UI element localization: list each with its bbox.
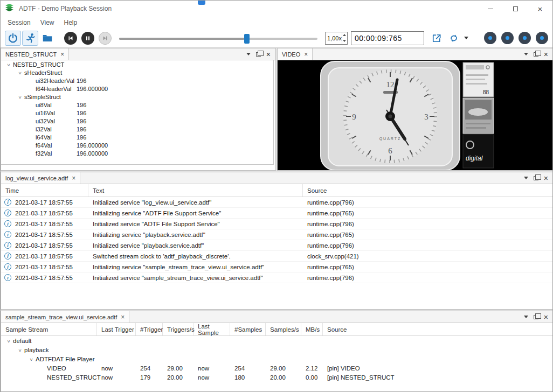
tab-close-icon[interactable]: × — [72, 175, 75, 181]
float-panel-icon[interactable] — [256, 52, 261, 57]
slider-handle[interactable] — [244, 34, 250, 44]
log-source: runtime.cpp(796) — [303, 275, 553, 281]
chevron-down-icon[interactable] — [16, 69, 24, 76]
marker-nav-button-2[interactable] — [501, 32, 514, 44]
menu-help[interactable]: Help — [59, 18, 82, 27]
column-header-triggers-s[interactable]: Triggers/s — [163, 323, 193, 335]
log-row[interactable]: 2021-03-17 18:57:55 Initialized service … — [1, 240, 553, 251]
tree-node-label: f32Val — [36, 150, 52, 157]
close-panel-icon[interactable]: × — [266, 51, 271, 58]
speed-up-button[interactable] — [342, 32, 347, 38]
trace-group-row[interactable]: default — [1, 336, 553, 345]
trace-stream-row[interactable]: NESTED_STRUCT now 179 20.00 now 180 20.0… — [1, 373, 553, 382]
column-header-sample-stream[interactable]: Sample Stream — [1, 323, 97, 335]
close-button[interactable]: × — [528, 1, 552, 17]
tab-close-icon[interactable]: × — [304, 51, 308, 58]
tree-row[interactable]: ui8Val 196 — [1, 101, 273, 109]
svg-text:6: 6 — [388, 146, 392, 155]
marker-nav-button-4[interactable] — [536, 32, 548, 44]
log-row[interactable]: 2021-03-17 18:57:55 Initialized service … — [1, 219, 553, 229]
chevron-down-icon[interactable] — [16, 94, 24, 100]
trace-stream-row[interactable]: VIDEO now 254 29.00 now 254 29.00 2.12 [… — [1, 363, 553, 373]
tree-row[interactable]: i64Val 196 — [1, 133, 273, 141]
float-panel-icon[interactable] — [534, 176, 538, 180]
tab-close-icon[interactable]: × — [60, 51, 64, 58]
chevron-down-icon[interactable] — [4, 338, 13, 344]
marker-nav-button-3[interactable] — [519, 32, 531, 44]
tab-trace-view[interactable]: sample_stream_trace_view.ui_service.adtf… — [1, 311, 129, 323]
log-row[interactable]: 2021-03-17 18:57:55 Initializing service… — [1, 208, 553, 219]
tree-row[interactable]: ui32HeaderVal 196 — [1, 76, 273, 85]
tree-node-value: 196.000000 — [77, 150, 108, 157]
speed-spinbox[interactable]: 1,00x — [325, 32, 348, 45]
log-row[interactable]: 2021-03-17 18:57:55 Initialized service … — [1, 197, 553, 208]
chevron-down-icon[interactable] — [16, 347, 24, 353]
close-panel-icon[interactable]: × — [544, 51, 548, 58]
log-row[interactable]: 2021-03-17 18:57:55 Initializing service… — [1, 262, 553, 272]
column-header-n-trigger[interactable]: #Trigger — [136, 323, 163, 335]
tree-row[interactable]: sHeaderStruct — [1, 68, 273, 76]
column-header-last-sample[interactable]: Last Sample — [193, 323, 230, 335]
log-time: 2021-03-17 18:57:55 — [15, 253, 73, 260]
log-row[interactable]: 2021-03-17 18:57:55 Switched stream cloc… — [1, 251, 553, 262]
trace-group-row[interactable]: ADTFDAT File Player — [1, 354, 553, 363]
skip-to-end-button[interactable] — [99, 32, 112, 45]
tree-row[interactable]: i32Val 196 — [1, 125, 273, 133]
stream-label: VIDEO — [47, 365, 66, 372]
column-header-n-samples[interactable]: #Samples — [230, 323, 266, 335]
tree-row[interactable]: sSimpleStruct — [1, 93, 273, 101]
run-button[interactable] — [22, 31, 38, 46]
trace-panel: sample_stream_trace_view.ui_service.adtf… — [1, 311, 553, 392]
log-row[interactable]: 2021-03-17 18:57:55 Initialized service … — [1, 272, 553, 283]
chevron-down-icon[interactable] — [27, 356, 36, 362]
float-panel-icon[interactable] — [534, 52, 538, 57]
marker-nav-button-1[interactable] — [484, 32, 496, 44]
panel-menu-icon[interactable] — [246, 53, 251, 55]
panel-menu-icon[interactable] — [524, 53, 528, 55]
trace-group-row[interactable]: playback — [1, 345, 553, 354]
column-header-mb-s[interactable]: MB/s — [301, 323, 323, 335]
skip-to-start-button[interactable] — [64, 32, 77, 45]
tree-row[interactable]: f64Val 196.000000 — [1, 141, 273, 149]
time-display[interactable]: 00:00:09:765 — [351, 31, 424, 45]
repeat-dropdown-caret-icon[interactable] — [464, 37, 468, 39]
timeline-slider[interactable] — [119, 31, 317, 46]
menu-view[interactable]: View — [36, 18, 59, 27]
close-panel-icon[interactable]: × — [544, 313, 548, 321]
tree-node-label: sHeaderStruct — [24, 69, 62, 76]
column-header-source[interactable]: Source — [303, 184, 553, 197]
tab-video[interactable]: VIDEO × — [278, 48, 313, 60]
tree-row[interactable]: ui16Val 196 — [1, 109, 273, 117]
tree-row[interactable]: f32Val 196.000000 — [1, 149, 273, 157]
log-source: runtime.cpp(796) — [303, 199, 553, 206]
close-panel-icon[interactable]: × — [544, 174, 548, 182]
digital-label: digital — [466, 155, 483, 162]
column-header-last-trigger[interactable]: Last Trigger — [97, 323, 136, 335]
tab-nested-struct[interactable]: NESTED_STRUCT × — [1, 48, 69, 60]
open-external-button[interactable] — [428, 31, 445, 46]
column-header-text[interactable]: Text — [88, 184, 303, 197]
tree-row[interactable]: ui32Val 196 — [1, 117, 273, 125]
log-row[interactable]: 2021-03-17 18:57:55 Initializing service… — [1, 229, 553, 240]
info-icon — [4, 231, 11, 238]
tab-log-view[interactable]: log_view.ui_service.adtf × — [1, 172, 80, 184]
slider-fill — [119, 38, 244, 40]
column-header-samples-s[interactable]: Samples/s — [266, 323, 301, 335]
minimize-button[interactable] — [478, 1, 503, 17]
column-header-time[interactable]: Time — [1, 184, 88, 197]
pause-button[interactable] — [81, 32, 94, 45]
float-panel-icon[interactable] — [534, 315, 538, 319]
tab-close-icon[interactable]: × — [121, 314, 125, 320]
speed-down-button[interactable] — [342, 38, 347, 44]
column-header-source[interactable]: Source — [323, 323, 553, 335]
panel-menu-icon[interactable] — [524, 316, 528, 318]
power-button[interactable] — [5, 31, 21, 46]
repeat-mode-button[interactable] — [446, 31, 462, 46]
tree-row[interactable]: f64HeaderVal 196.000000 — [1, 85, 273, 93]
tree-row[interactable]: NESTED_STRUCT — [1, 60, 273, 68]
panel-menu-icon[interactable] — [524, 177, 528, 179]
open-file-button[interactable] — [39, 31, 56, 46]
chevron-down-icon[interactable] — [4, 61, 13, 68]
menu-session[interactable]: Session — [3, 18, 36, 27]
maximize-button[interactable] — [503, 1, 528, 17]
